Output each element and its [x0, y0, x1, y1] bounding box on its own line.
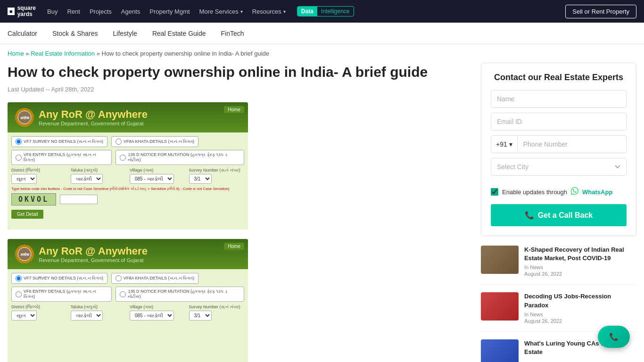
nav-rent[interactable]: Rent — [67, 8, 80, 15]
article-title: How to check property ownership online i… — [8, 63, 470, 81]
img-subtitle-2: Revenue Department, Government of Gujara… — [39, 257, 148, 263]
news-date-1: August 26, 2022 — [524, 318, 636, 324]
phone-row: +91 ▾ — [491, 135, 627, 153]
news-tag-0: In News — [524, 264, 636, 270]
news-thumbnail-1 — [481, 292, 519, 321]
img-home-btn-2: Home — [224, 243, 244, 250]
img-body-1: VF7 SURVEY NO DETAILS (સ.ન.ન વિગત) VF8A … — [8, 132, 248, 230]
phone-icon: 📞 — [525, 211, 534, 220]
data-intelligence-badge[interactable]: Data Intelligence — [297, 6, 354, 16]
news-title-0[interactable]: K-Shaped Recovery of Indian Real Estate … — [524, 246, 636, 263]
news-thumbnail-0 — [481, 246, 519, 274]
whatsapp-row: Enable updates through WhatsApp — [491, 187, 627, 197]
nav-agents[interactable]: Agents — [121, 8, 140, 15]
img-body-2: VF7 SURVEY NO DETAILS (સ.ન.ન વિગત) VF8A … — [8, 269, 248, 362]
contact-title: Contact our Real Estate Experts — [491, 73, 627, 82]
emblem-2: अशोक — [15, 245, 34, 263]
nav-left: ■ squareyards Buy Rent Projects Agents P… — [8, 5, 354, 17]
call-back-label: Get a Call Back — [538, 211, 593, 220]
city-dropdown-wrap: Select City — [491, 158, 627, 181]
captcha-display: OKVOL — [11, 193, 56, 206]
nav-property-mgmt[interactable]: Property Mgmt — [149, 8, 190, 15]
captcha-input[interactable] — [60, 195, 98, 204]
breadcrumb-sep2: » — [97, 50, 102, 57]
get-detail-btn[interactable]: Get Detail — [11, 210, 43, 219]
logo-icon: ■ — [8, 8, 15, 15]
city-select[interactable]: Select City — [491, 158, 627, 176]
news-date-0: August 26, 2022 — [524, 271, 636, 277]
img-header-1: अशोक Any RoR @ Anywhere Revenue Departme… — [8, 102, 248, 132]
svg-text:अशोक: अशोक — [20, 252, 30, 257]
article-image-1: अशोक Any RoR @ Anywhere Revenue Departme… — [8, 102, 248, 230]
whatsapp-text: WhatsApp — [582, 189, 612, 196]
country-code-value: +91 — [496, 140, 507, 148]
top-nav: ■ squareyards Buy Rent Projects Agents P… — [0, 0, 644, 23]
phone-float-icon: 📞 — [609, 332, 619, 341]
breadcrumb-sep1: » — [25, 50, 29, 57]
name-input[interactable] — [491, 90, 627, 108]
nav-links: Buy Rent Projects Agents Property Mgmt M… — [47, 8, 286, 15]
news-thumbnail-2 — [481, 339, 519, 362]
intelligence-label: Intelligence — [317, 7, 354, 16]
sell-or-rent-button[interactable]: Sell or Rent Property — [565, 5, 636, 18]
whatsapp-checkbox[interactable] — [491, 188, 498, 196]
news-tag-1: In News — [524, 312, 636, 317]
floating-call-button[interactable]: 📞 — [598, 326, 630, 348]
breadcrumb: Home » Real Estate Information » How to … — [0, 44, 644, 63]
nav-projects[interactable]: Projects — [90, 8, 112, 15]
article: How to check property ownership online i… — [8, 63, 470, 362]
main-layout: How to check property ownership online i… — [0, 63, 644, 362]
news-title-1[interactable]: Decoding US Jobs-Recession Paradox — [524, 292, 636, 309]
whatsapp-label: Enable updates through — [502, 189, 567, 196]
img-main-title-2: Any RoR @ Anywhere — [39, 245, 148, 257]
sub-nav-fintech[interactable]: FinTech — [221, 30, 244, 37]
nav-resources[interactable]: Resources ▾ — [252, 8, 286, 15]
sub-nav-real-estate-guide[interactable]: Real Estate Guide — [152, 30, 206, 37]
breadcrumb-real-estate-info[interactable]: Real Estate Information — [31, 50, 95, 57]
emblem-1: अशोक — [15, 108, 34, 127]
call-back-button[interactable]: 📞 Get a Call Back — [491, 204, 627, 226]
logo[interactable]: ■ squareyards — [8, 5, 36, 17]
svg-text:अशोक: अशोक — [20, 115, 30, 120]
sub-nav-stock[interactable]: Stock & Shares — [52, 30, 98, 37]
breadcrumb-home[interactable]: Home — [8, 50, 24, 57]
country-code-selector[interactable]: +91 ▾ — [491, 135, 518, 153]
img-subtitle-1: Revenue Department, Government of Gujara… — [39, 121, 148, 126]
logo-text: squareyards — [17, 5, 36, 17]
data-label: Data — [297, 7, 317, 16]
sub-nav-calculator[interactable]: Calculator — [8, 30, 37, 37]
resources-chevron-icon: ▾ — [283, 9, 286, 14]
sub-nav: Calculator Stock & Shares Lifestyle Real… — [0, 23, 644, 44]
whatsapp-icon — [571, 187, 578, 197]
img-header-2: अशोक Any RoR @ Anywhere Revenue Departme… — [8, 239, 248, 269]
phone-input[interactable] — [518, 135, 627, 153]
img-home-btn-1: Home — [224, 106, 244, 113]
email-input[interactable] — [491, 113, 627, 131]
more-services-chevron-icon: ▾ — [240, 9, 243, 14]
article-image-2: अशोक Any RoR @ Anywhere Revenue Departme… — [8, 239, 248, 362]
news-item-0: K-Shaped Recovery of Indian Real Estate … — [481, 246, 636, 285]
nav-more-services[interactable]: More Services ▾ — [199, 8, 243, 15]
sub-nav-lifestyle[interactable]: Lifestyle — [113, 30, 137, 37]
breadcrumb-current: How to check property ownership online i… — [102, 50, 270, 57]
contact-card: Contact our Real Estate Experts +91 ▾ Se… — [481, 63, 636, 236]
nav-buy[interactable]: Buy — [47, 8, 58, 15]
img-main-title-1: Any RoR @ Anywhere — [39, 108, 148, 121]
country-code-chevron-icon: ▾ — [509, 140, 512, 148]
article-date: Last Updated -- April 28th, 2022 — [8, 86, 470, 93]
sidebar: Contact our Real Estate Experts +91 ▾ Se… — [481, 63, 636, 362]
